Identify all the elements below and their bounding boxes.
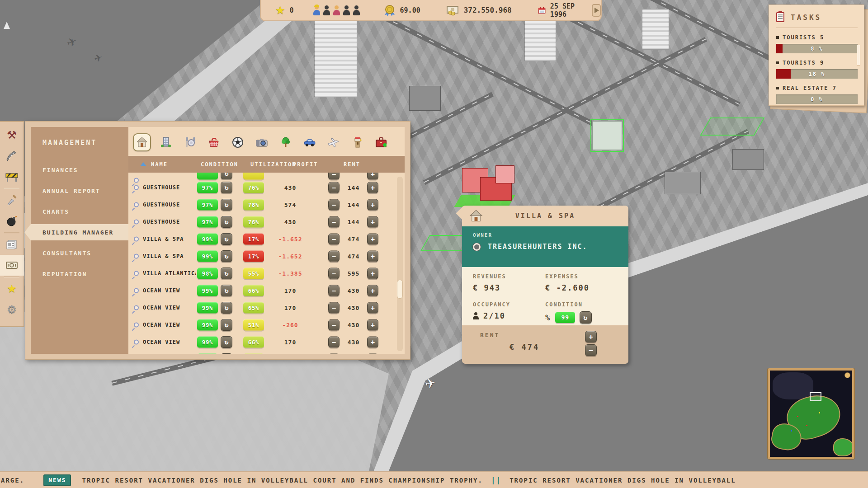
building-row[interactable]: OCEAN VIEW 99% ↻ 65% 170 − 430 + [128, 299, 405, 316]
sidebar-item-achievements[interactable]: ★ [0, 278, 24, 299]
minimap-compass-icon[interactable] [844, 372, 850, 378]
category-sights[interactable] [253, 133, 271, 151]
repair-button[interactable]: ↻ [221, 302, 232, 314]
zoom-to-building-icon[interactable] [134, 254, 139, 259]
population-group[interactable] [313, 5, 360, 15]
category-airport[interactable] [325, 133, 343, 151]
rent-increase-button[interactable]: + [367, 268, 378, 279]
repair-button[interactable]: ↻ [221, 250, 232, 262]
rent-increase-button[interactable]: + [367, 216, 378, 228]
category-beach[interactable] [349, 133, 367, 151]
management-menu-item[interactable]: ANNUAL REPORT [31, 180, 128, 201]
rent-increase-button[interactable]: + [367, 234, 378, 245]
repair-button[interactable]: ↻ [221, 182, 232, 193]
minimap-viewport-rect[interactable] [810, 392, 821, 401]
management-menu-item[interactable]: BUILDING MANAGER [31, 224, 128, 240]
repair-button[interactable]: ↻ [221, 173, 232, 179]
category-nature[interactable] [277, 133, 295, 151]
play-speed-button[interactable] [592, 4, 601, 17]
rent-increase-button[interactable]: + [367, 182, 378, 193]
rent-decrease-button[interactable]: − [328, 251, 340, 262]
repair-button[interactable]: ↻ [221, 285, 232, 296]
task-item[interactable]: TOURISTS 5 8 % [776, 34, 858, 53]
repair-button[interactable]: ↻ [221, 319, 232, 331]
repair-button[interactable]: ↻ [221, 336, 232, 348]
sidebar-item-finances[interactable] [0, 255, 24, 276]
sidebar-item-newspaper[interactable] [0, 234, 24, 255]
building-row[interactable]: OCEAN VIEW 99% ↻ 66% 170 − 430 + [128, 282, 405, 299]
building-row[interactable]: GUESTHOUSE 97% ↻ 76% 430 − 144 + [128, 179, 405, 196]
rent-decrease-button[interactable]: − [328, 285, 340, 296]
rent-increase-button[interactable]: + [367, 199, 378, 211]
category-hotel[interactable] [157, 133, 175, 151]
rent-decrease-button[interactable]: − [328, 268, 340, 279]
zoom-to-building-icon[interactable] [134, 220, 139, 225]
building-row[interactable]: GUESTHOUSE 97% ↻ 76% 430 − 144 + [128, 213, 405, 230]
zoom-to-building-icon[interactable] [134, 185, 139, 190]
zoom-to-building-icon[interactable] [134, 288, 139, 293]
category-business[interactable] [373, 133, 391, 151]
rent-decrease-button[interactable]: − [328, 337, 340, 348]
sidebar-item-barrier[interactable] [0, 166, 24, 187]
management-menu-item[interactable]: CONSULTANTS [31, 243, 128, 263]
sidebar-item-terrain[interactable] [0, 190, 24, 211]
repair-button[interactable]: ↻ [221, 216, 232, 228]
sidebar-item-roads[interactable] [0, 145, 24, 166]
minimap[interactable] [768, 368, 854, 459]
rent-increase-button[interactable]: + [367, 319, 378, 331]
repair-button[interactable]: ↻ [580, 311, 592, 324]
table-scrollbar-handle[interactable] [397, 280, 403, 299]
zoom-to-building-icon[interactable] [134, 202, 139, 207]
sidebar-item-settings[interactable]: ⚙ [0, 299, 24, 320]
rent-increase-button[interactable]: + [367, 354, 378, 354]
repair-button[interactable]: ↻ [221, 353, 232, 354]
repair-button[interactable]: ↻ [221, 233, 232, 245]
rent-increase-button[interactable]: + [367, 285, 378, 296]
building-row[interactable]: GUESTHOUSE 97% ↻ 78% 574 − 144 + [128, 196, 405, 213]
building-row[interactable]: OCEAN VIEW 99% ↻ 66% 170 − 430 + [128, 351, 405, 354]
category-sports[interactable] [229, 133, 247, 151]
category-restaurant[interactable] [181, 133, 199, 151]
rent-decrease-button[interactable]: − [328, 234, 340, 245]
building-row[interactable]: ↻ − + [128, 173, 405, 179]
selected-building-red[interactable] [495, 165, 514, 183]
task-item[interactable]: REAL ESTATE 7 0 % [776, 85, 858, 104]
rent-decrease-button[interactable]: − [328, 216, 340, 228]
rent-increase-button[interactable]: + [367, 337, 378, 348]
sidebar-item-demolish[interactable] [0, 211, 24, 231]
task-item[interactable]: TOURISTS 9 18 % [776, 60, 858, 79]
sort-ascending-icon[interactable] [140, 162, 146, 166]
zoom-to-building-icon[interactable] [134, 340, 139, 345]
rent-decrease-button[interactable]: − [328, 319, 340, 331]
building-row[interactable]: VILLA & SPA 99% ↻ 17% -1.652 − 474 + [128, 248, 405, 265]
management-menu-item[interactable]: CHARTS [31, 201, 128, 222]
management-menu-item[interactable]: FINANCES [31, 160, 128, 180]
sidebar-item-build-tools[interactable]: ⚒ [0, 125, 24, 145]
building-row[interactable]: VILLA ATLANTICA 98% ↻ 55% -1.385 − 595 + [128, 265, 405, 282]
rent-increase-button[interactable]: + [367, 251, 378, 262]
building-row[interactable]: VILLA & SPA 99% ↻ 17% -1.652 − 474 + [128, 230, 405, 248]
table-scrollbar[interactable] [397, 177, 403, 351]
column-utilization[interactable]: UTILIZATION [250, 161, 296, 168]
rent-increase-button[interactable]: + [367, 302, 378, 314]
tasks-scrollbar[interactable] [857, 45, 860, 66]
zoom-to-building-icon[interactable] [134, 237, 139, 242]
rent-increase-button[interactable]: + [585, 331, 597, 343]
zoom-to-building-icon[interactable] [134, 323, 139, 328]
column-name[interactable]: NAME [151, 161, 168, 168]
building-row[interactable]: OCEAN VIEW 99% ↻ 51% -260 − 430 + [128, 316, 405, 333]
category-transport[interactable] [301, 133, 319, 151]
category-shopping[interactable] [205, 133, 223, 151]
category-house[interactable] [133, 133, 151, 151]
column-profit[interactable]: PROFIT [293, 161, 318, 168]
zoom-to-building-icon[interactable] [134, 305, 139, 310]
management-menu-item[interactable]: REPUTATION [31, 263, 128, 284]
rent-decrease-button[interactable]: − [328, 302, 340, 314]
rent-decrease-button[interactable]: − [585, 344, 597, 356]
column-rent[interactable]: RENT [344, 161, 360, 168]
building-row[interactable]: OCEAN VIEW 99% ↻ 66% 170 − 430 + [128, 333, 405, 351]
rent-decrease-button[interactable]: − [328, 182, 340, 193]
zoom-to-building-icon[interactable] [134, 271, 139, 276]
column-condition[interactable]: CONDITION [201, 161, 238, 168]
repair-button[interactable]: ↻ [221, 199, 232, 211]
